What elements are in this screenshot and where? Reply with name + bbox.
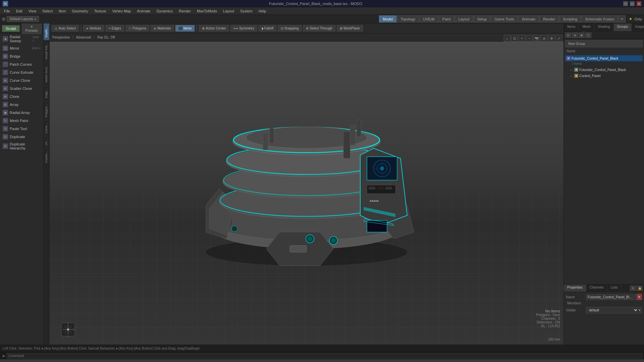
side-tab-polygon[interactable]: Polygon... [44,101,49,120]
right-tab-images[interactable]: Images [632,23,644,31]
menu-maxtomode[interactable]: MaxToModo [194,8,220,14]
select-through-button[interactable]: ⊚ Select Through [303,25,335,32]
menu-animate[interactable]: Animate [134,8,153,14]
right-tab-shading[interactable]: Shading [594,23,614,31]
vp-zoom-in-button[interactable]: + [519,35,525,42]
vp-home-button[interactable]: ⌂ [504,35,511,42]
menu-help[interactable]: Help [256,8,269,14]
tool-mesh-paint[interactable]: ✎ Mesh Paint [0,117,43,125]
tree-item-root[interactable]: ⊞ Futuristic_Control_Panel_Black [565,55,643,61]
rpanel-icon-btn-1[interactable]: ⊞ [565,33,571,38]
side-tab-edge[interactable]: Edge... [44,85,49,101]
side-tab-uv[interactable]: UV... [44,136,49,148]
menu-vertexmap[interactable]: Vertex Map [110,8,134,14]
side-tab-duplicate[interactable]: Duplic... [44,23,49,40]
vertices-button[interactable]: ● Vertices [83,25,104,32]
props-tab-lists[interactable]: Lists [607,285,622,292]
command-input[interactable] [7,353,643,359]
tool-patch-curves[interactable]: ⌒ Patch Curves [0,60,43,68]
tool-radial-array[interactable]: ◉ Radial Array [0,109,43,117]
restore-button[interactable]: □ [630,1,635,6]
vp-zoom-out-button[interactable]: − [526,35,533,42]
rpanel-icon-btn-3[interactable]: ◉ [579,33,585,38]
snapping-button[interactable]: ⊡ Snapping [278,25,302,32]
visible-select[interactable]: default visible hidden [588,308,638,312]
tab-paint[interactable]: Paint [439,15,454,22]
tool-scatter-clone[interactable]: ⊛ Scatter Clone [0,84,43,93]
symmetry-button[interactable]: ⟺ Symmetry [230,25,257,32]
vp-fit-button[interactable]: ⊡ [511,35,518,42]
rpanel-icon-btn-4[interactable]: ⊡ [585,33,591,38]
tab-gametools[interactable]: Game Tools [491,15,518,22]
menu-item[interactable]: Item [56,8,68,14]
side-tab-vertex[interactable]: Vertex Scul... [44,62,49,85]
props-settings-btn[interactable]: ⚙ [630,286,636,291]
menu-render[interactable]: Render [176,8,194,14]
props-tab-properties[interactable]: Properties [564,285,586,292]
menu-system[interactable]: System [237,8,255,14]
tool-clone[interactable]: ⊗ Clone [0,93,43,101]
menu-file[interactable]: File [1,8,13,14]
right-tab-groups[interactable]: Groups [614,23,632,31]
tool-duplicate[interactable]: ⊡ Duplicate [0,133,43,141]
presets-button[interactable]: ≡ Presets [22,23,42,34]
tool-curve-extrude[interactable]: ⤴ Curve Extrude [0,68,43,76]
tab-render[interactable]: Render [539,15,559,22]
rpanel-icon-btn-2[interactable]: ◈ [572,33,578,38]
side-tab-fusion[interactable]: Fusion... [44,148,49,166]
default-layouts-button[interactable]: Default Layouts ▾ [7,16,39,22]
tab-schematic[interactable]: Schematic Fusion [581,15,618,22]
workplane-button[interactable]: ⊞ WorkPlane [337,25,363,32]
tree-item-mesh[interactable]: ▷ ▣ Futuristic_Control_Panel_Black [565,67,643,73]
tool-array[interactable]: ⊞ Array [0,101,43,109]
side-tab-curve[interactable]: Curve... [44,120,49,136]
sculpt-button[interactable]: Sculpt [2,25,20,32]
polygons-button[interactable]: ⬡ Polygons [125,25,149,32]
auto-select-button[interactable]: ◎ Auto Select [52,25,79,32]
vp-settings-button[interactable]: ⚙ [548,35,555,42]
tool-bridge[interactable]: ⊞ Bridge [0,52,43,60]
side-tab-morph[interactable]: Morph Edi... [44,40,49,62]
vp-render-button[interactable]: ◎ [541,35,547,42]
items-button[interactable]: ⬛ Items [175,25,195,32]
close-button[interactable]: ✕ [637,1,641,6]
tab-topology[interactable]: Topology [397,15,419,22]
menu-dynamics[interactable]: Dynamics [154,8,175,14]
tab-uvedit[interactable]: UVEdit [419,15,438,22]
tree-item-control[interactable]: ▷ ▣ Control_Panel [565,73,643,79]
right-tab-items[interactable]: Items [564,23,579,31]
props-lock-btn[interactable]: 🔒 [637,286,643,291]
menu-layout[interactable]: Layout [220,8,237,14]
tab-setup[interactable]: Setup [474,15,491,22]
minimize-button[interactable]: ─ [623,1,628,6]
vp-camera-button[interactable]: 📷 [533,35,540,42]
action-center-button[interactable]: ⊕ Action Center [199,25,229,32]
tool-radial-sweep[interactable]: ◈ Radial Sweep Shift-L [0,34,43,44]
right-tab-mesh[interactable]: Mesh ... [579,23,594,31]
viewport[interactable]: Perspective | Advanced | Ray GL: Off ⌂ ⊡… [50,34,564,345]
tool-mirror[interactable]: ◫ Mirror Shift-V [0,44,43,52]
name-delete-btn[interactable]: ✕ [637,294,642,300]
menu-view[interactable]: View [26,8,39,14]
menu-texture[interactable]: Texture [92,8,109,14]
prop-visible-value[interactable]: default visible hidden ▾ [586,307,642,313]
edges-button[interactable]: ━ Edges [106,25,124,32]
tool-curve-clone[interactable]: ⊕ Curve Clone [0,76,43,84]
tab-animate[interactable]: Animate [518,15,539,22]
falloff-button[interactable]: ◗ Falloff [259,25,276,32]
tool-duplicate-hierarchy[interactable]: ⊟ Duplicate Hierarchy [0,141,43,152]
new-group-button[interactable]: New Group [565,40,643,47]
tab-layout[interactable]: Layout [455,15,473,22]
viewport-canvas[interactable]: ▲▲▲▲▲ [50,42,564,345]
menu-edit[interactable]: Edit [13,8,25,14]
menu-geometry[interactable]: Geometry [69,8,91,14]
menu-select[interactable]: Select [40,8,55,14]
props-tab-channels[interactable]: Channels [586,285,607,292]
tab-model[interactable]: Model [379,15,396,22]
tab-scripting[interactable]: Scripting [559,15,581,22]
vp-expand-button[interactable]: ⤢ [555,35,562,42]
tool-paste-tool[interactable]: ⎘ Paste Tool [0,125,43,133]
curve-extrude-icon: ⤴ [3,70,8,75]
materials-button[interactable]: ◈ Materials [151,25,174,32]
add-tab-button[interactable]: + [619,15,626,22]
